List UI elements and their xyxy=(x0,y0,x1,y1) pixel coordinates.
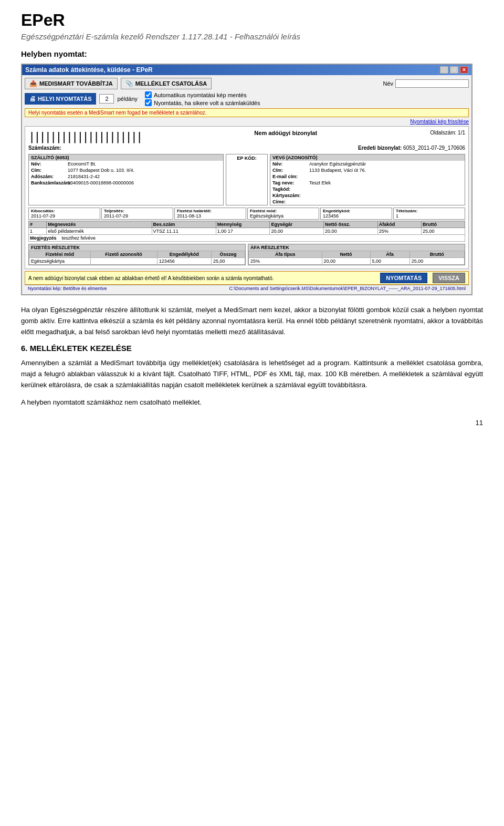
status-bar: Nyomtatási kép: Betöltve és elmentve C:\… xyxy=(25,285,469,292)
print-icon: 🖨 xyxy=(29,95,36,102)
helyi-nyomtatas-button[interactable]: 🖨 HELYI NYOMTATÁS xyxy=(25,93,96,105)
checkbox-send-confirm-label: Nyomtatás, ha sikere volt a számlaküldés xyxy=(154,100,260,106)
table-row: 1 első példatermék VTSZ 11.11 1,00 17 20… xyxy=(28,228,465,235)
body-text-2: Amennyiben a számlát a MediSmart továbbí… xyxy=(21,358,483,390)
fizetes-section: FIZETÉS RÉSZLETEK Fizetési mód Fizető az… xyxy=(28,244,246,265)
checkbox-auto-save-label: Automatikus nyomtatási kép mentés xyxy=(154,92,247,98)
fizetes-row: Egészségkártya 123456 25,00 xyxy=(29,258,245,265)
seller-box: SZÁLLÍTÓ (6053) Név: EconomIT Bt. Cím: 1… xyxy=(28,154,224,205)
body-text-1: Ha olyan Egészségpénztár részére állítot… xyxy=(21,305,483,337)
copies-input[interactable] xyxy=(99,94,114,104)
invoice-type-label: Nem adóügyi bizonylat xyxy=(254,130,317,136)
page-subtitle: Egészségpénztári E-számla kezelő Rendsze… xyxy=(21,32,483,41)
szamlaszam-label: Számlaszám: xyxy=(28,145,61,151)
section-6-title: 6. MELLÉKLETEK KEZELÉSE xyxy=(21,344,483,353)
eredeti-value: 6053_2011-07-29_170606 xyxy=(403,145,465,151)
app-window: Számla adatok áttekintése, küldése - EPe… xyxy=(21,64,472,295)
page-number: 11 xyxy=(21,419,483,427)
window-titlebar: Számla adatok áttekintése, küldése - EPe… xyxy=(22,65,471,75)
afa-section: ÁFA RÉSZLETEK Áfa típus Nettó Áfa Bruttó… xyxy=(248,244,465,265)
page-logo: EPeR xyxy=(21,11,483,30)
action-bar: A nem adóügyi bizonylat csak ebben az ab… xyxy=(25,271,469,285)
invoice-barcode: ||||||||||||||||||||| xyxy=(28,130,141,143)
invoice-page-info: Oldalszám: 1/1 xyxy=(430,130,465,136)
warning-bar: Helyi nyomtatás esetén a MediSmart nem f… xyxy=(25,108,469,117)
copies-unit-label: példány xyxy=(117,96,138,102)
checkbox-auto-save[interactable] xyxy=(145,91,152,98)
nev-label: Név xyxy=(383,80,393,87)
medismart-tovabbit-button[interactable]: 📤 MEDISMART TOVÁBBÍTJA xyxy=(25,78,118,89)
nyomtatas-button[interactable]: NYOMTATÁS xyxy=(380,273,427,283)
checkbox-send-confirm[interactable] xyxy=(145,99,152,106)
section-heading: Helyben nyomtat: xyxy=(21,49,483,58)
megjegyzes-row: Megjegyzés teszthez felvéve xyxy=(28,235,465,242)
status-left: Nyomtatási kép: Betöltve és elmentve xyxy=(28,286,107,291)
window-close-button[interactable]: ✕ xyxy=(460,66,468,74)
afa-row: 25% 20,00 5,00 25,00 xyxy=(249,258,465,265)
buyer-box: VEVő (AZONOSÍTÓ) Név: Aranykor Egészségp… xyxy=(270,154,465,205)
window-title: Számla adatok áttekintése, küldése - EPe… xyxy=(25,66,153,74)
melleklet-csatolasa-button[interactable]: 📎 MELLÉKLET CSATOLÁSA xyxy=(121,78,212,89)
window-minimize-button[interactable]: _ xyxy=(440,66,448,74)
vissza-button[interactable]: VISSZA xyxy=(433,273,465,283)
body-text-3: A helyben nyomtatott számlákhoz nem csat… xyxy=(21,397,483,408)
items-table-header: # Megnevezés Bes.szám Mennyiség Egységár… xyxy=(28,221,465,228)
action-bar-text: A nem adóügyi bizonylat csak ebben az ab… xyxy=(28,275,274,281)
medismart-icon: 📤 xyxy=(29,80,37,87)
attach-icon: 📎 xyxy=(125,80,133,87)
nev-input[interactable] xyxy=(395,79,469,88)
status-right: C:\Documents and Settings\cserik.MS\Doku… xyxy=(229,286,466,291)
invoice-preview-area: ||||||||||||||||||||| Nem adóügyi bizony… xyxy=(25,126,469,269)
eredeti-label: Eredeti bizonylat: xyxy=(358,145,402,151)
ep-kod-box: EP KÓD: xyxy=(226,154,268,205)
window-maximize-button[interactable]: □ xyxy=(450,66,458,74)
refresh-link[interactable]: Nyomtatási kép frissítése xyxy=(25,119,469,125)
nev-field-area: Név xyxy=(383,79,469,88)
